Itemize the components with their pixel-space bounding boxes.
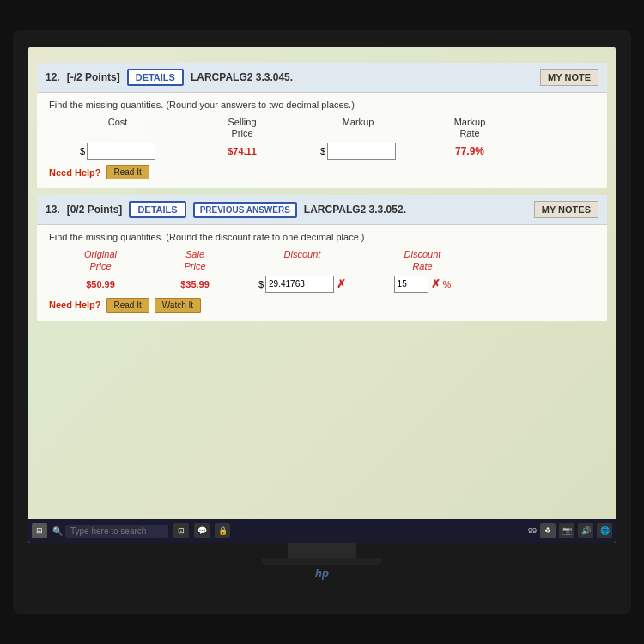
q13-rate-input-group: ✗ %	[394, 276, 452, 293]
q12-header-cost: Cost	[49, 117, 186, 139]
q12-read-it-btn[interactable]: Read It	[106, 165, 149, 179]
q12-cost-input[interactable]	[87, 143, 155, 160]
q13-original-price: $50.99	[86, 279, 115, 289]
q13-discount-input[interactable]	[265, 276, 334, 293]
q12-my-notes-btn[interactable]: MY NOTE	[540, 69, 598, 86]
q12-markup-input[interactable]	[327, 143, 396, 160]
monitor-bezel: 12. [-/2 Points] DETAILS LARCPALG2 3.3.0…	[13, 30, 631, 614]
taskbar-volume-icon[interactable]: 🔊	[578, 523, 593, 538]
q13-my-notes-btn[interactable]: MY NOTES	[534, 201, 598, 218]
q13-instruction: Find the missing quantities. (Round the …	[49, 232, 595, 242]
q13-header-sale-price: SalePrice	[152, 249, 238, 271]
q13-need-help-label: Need Help?	[49, 300, 101, 310]
taskbar-search-area: 🔍	[52, 525, 168, 538]
question-13-block: 13. [0/2 Points] DETAILS PREVIOUS ANSWER…	[37, 195, 607, 320]
q13-orig-price-cell: $50.99	[49, 279, 152, 289]
q12-cost-cell: $	[49, 143, 186, 160]
q13-sale-price: $35.99	[180, 279, 210, 289]
q12-header-markup-rate: MarkupRate	[418, 117, 521, 139]
q12-markup-dollar: $	[320, 146, 325, 156]
q12-markup-cell: $	[298, 143, 418, 160]
q12-cost-dollar: $	[80, 146, 85, 156]
monitor-stand-area: hp	[262, 543, 382, 580]
q13-rate-x: ✗	[431, 277, 440, 290]
q13-header-orig-price: OriginalPrice	[49, 249, 152, 271]
q13-number: 13.	[46, 204, 60, 216]
q12-number: 12.	[46, 71, 60, 83]
q12-table-headers: Cost SellingPrice Markup MarkupRate	[49, 117, 595, 139]
q12-data-row: $ $74.11 $ 77.9%	[49, 143, 595, 160]
q13-read-it-btn[interactable]: Read It	[106, 298, 149, 313]
q12-header-markup: Markup	[298, 117, 418, 139]
q13-need-help-row: Need Help? Read It Watch It	[49, 298, 595, 313]
q13-rate-percent: %	[443, 279, 452, 289]
taskbar-lock-icon[interactable]: 🔒	[215, 523, 230, 538]
q13-watch-it-btn[interactable]: Watch It	[155, 298, 201, 313]
q13-sale-price-cell: $35.99	[152, 279, 238, 289]
q13-discount-input-group: ✗	[265, 276, 346, 293]
q13-details-btn[interactable]: DETAILS	[129, 201, 185, 218]
taskbar-counter: 99	[528, 526, 537, 535]
q12-header-selling-price: SellingPrice	[186, 117, 298, 139]
q12-instruction: Find the missing quantities. (Round your…	[49, 100, 595, 110]
q13-code: LARCPALG2 3.3.052.	[304, 204, 406, 216]
windows-icon[interactable]: ⊞	[32, 523, 47, 538]
taskbar-right-area: 99 ❖ 📷 🔊 🌐	[528, 523, 612, 538]
q13-discount-dollar: $	[258, 279, 264, 289]
q13-points: [0/2 Points]	[67, 204, 123, 216]
hp-logo: hp	[315, 567, 329, 580]
taskbar-camera-icon[interactable]: 📷	[559, 523, 574, 538]
q13-header: 13. [0/2 Points] DETAILS PREVIOUS ANSWER…	[37, 195, 607, 225]
q13-discount-cell: $ ✗	[238, 276, 367, 293]
q13-header-discount: Discount	[238, 249, 367, 271]
screen: 12. [-/2 Points] DETAILS LARCPALG2 3.3.0…	[28, 47, 616, 543]
q13-prev-answers-btn[interactable]: PREVIOUS ANSWERS	[193, 202, 297, 218]
taskbar-network-icon[interactable]: 🌐	[597, 523, 612, 538]
q13-data-row: $50.99 $35.99 $ ✗	[49, 276, 595, 293]
q12-body: Find the missing quantities. (Round your…	[37, 93, 607, 188]
q13-rate-cell: ✗ %	[367, 276, 478, 293]
q12-markup-rate-cell: 77.9%	[418, 145, 521, 157]
monitor-base	[262, 558, 382, 565]
taskbar-dropbox-icon[interactable]: ❖	[540, 523, 556, 538]
q13-body: Find the missing quantities. (Round the …	[37, 225, 607, 320]
taskbar: ⊞ 🔍 ⊡ 💬 🔒 99 ❖ 📷 🔊 🌐	[28, 519, 616, 543]
q12-need-help-label: Need Help?	[49, 167, 101, 178]
question-12-block: 12. [-/2 Points] DETAILS LARCPALG2 3.3.0…	[37, 63, 607, 188]
q13-header-discount-rate: DiscountRate	[367, 249, 478, 271]
taskbar-view-icon[interactable]: ⊡	[173, 523, 189, 538]
q12-selling-price: $74.11	[228, 146, 257, 156]
q12-details-btn[interactable]: DETAILS	[127, 69, 184, 86]
q12-need-help-row: Need Help? Read It	[49, 165, 595, 179]
q13-discount-x: ✗	[337, 277, 346, 290]
q12-selling-price-cell: $74.11	[186, 146, 298, 156]
monitor-stand	[288, 543, 356, 558]
q13-rate-input[interactable]	[394, 276, 428, 293]
taskbar-search-input[interactable]	[65, 525, 168, 538]
q13-table-headers: OriginalPrice SalePrice Discount Discoun…	[49, 249, 595, 271]
q12-markup-rate: 77.9%	[455, 145, 484, 157]
taskbar-chat-icon[interactable]: 💬	[194, 523, 210, 538]
q12-code: LARCPALG2 3.3.045.	[191, 71, 293, 83]
search-icon: 🔍	[52, 526, 63, 536]
q12-header: 12. [-/2 Points] DETAILS LARCPALG2 3.3.0…	[37, 63, 607, 93]
q12-points: [-/2 Points]	[67, 71, 120, 83]
